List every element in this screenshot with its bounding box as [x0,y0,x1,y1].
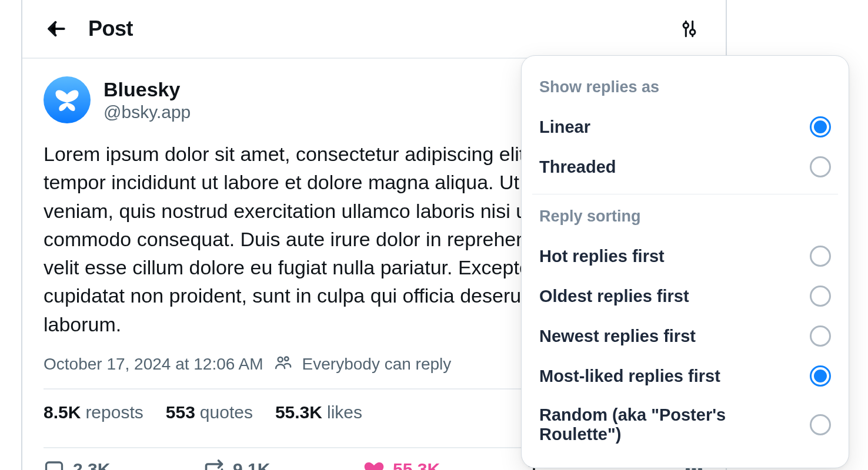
sort-option[interactable]: Newest replies first [522,316,849,356]
popover-section-title: Show replies as [522,72,849,107]
option-label: Linear [539,118,590,137]
header-bar: Post [22,0,726,59]
radio-indicator [810,156,831,177]
svg-point-5 [278,357,282,362]
option-label: Threaded [539,157,616,177]
page-title: Post [88,16,133,41]
svg-point-2 [683,23,689,28]
option-label: Hot replies first [539,247,665,266]
radio-indicator [810,246,831,267]
sort-option[interactable]: Hot replies first [522,236,849,276]
radio-indicator [810,414,831,435]
butterfly-icon [53,86,81,114]
arrow-left-icon [45,18,68,40]
people-icon [274,354,292,375]
reply-count: 2.3K [73,459,110,470]
like-count: 55.3K [393,459,440,470]
svg-point-6 [285,357,289,361]
author-block[interactable]: Bluesky @bsky.app [104,78,191,122]
repost-icon [203,459,225,470]
back-button[interactable] [40,12,73,45]
like-button[interactable]: 55.3K [363,459,523,470]
metric-reposts[interactable]: 8.5Kreposts [44,402,143,422]
svg-point-4 [690,29,695,35]
display-option[interactable]: Threaded [522,147,849,187]
sort-option[interactable]: Oldest replies first [522,276,849,316]
metric-likes[interactable]: 55.3Klikes [275,402,362,422]
reply-scope[interactable]: Everybody can reply [302,355,452,374]
reply-button[interactable]: 2.3K [44,459,203,470]
sort-option[interactable]: Random (aka "Poster's Roulette") [522,396,849,454]
sliders-icon [679,19,699,39]
post-timestamp[interactable]: October 17, 2024 at 12:06 AM [44,355,263,374]
reply-icon [44,459,65,470]
author-handle: @bsky.app [104,102,191,122]
radio-indicator [810,116,831,137]
popover-divider [532,194,838,194]
option-label: Newest replies first [539,327,696,346]
option-label: Random (aka "Poster's Roulette") [539,405,810,444]
radio-indicator [810,286,831,307]
option-label: Oldest replies first [539,287,689,306]
author-name: Bluesky [104,78,191,101]
metric-quotes[interactable]: 553quotes [166,402,253,422]
radio-indicator [810,365,831,387]
radio-indicator [810,325,831,347]
repost-count: 9.1K [233,459,270,470]
option-label: Most-liked replies first [539,367,720,386]
sort-option[interactable]: Most-liked replies first [522,356,849,396]
reply-settings-popover: Show replies as LinearThreaded Reply sor… [521,55,849,468]
avatar[interactable] [44,76,91,123]
reply-settings-button[interactable] [673,12,706,45]
display-option[interactable]: Linear [522,107,849,147]
svg-rect-7 [46,462,62,470]
popover-section-title: Reply sorting [522,202,849,236]
repost-button[interactable]: 9.1K [203,459,363,470]
heart-icon [363,459,385,470]
